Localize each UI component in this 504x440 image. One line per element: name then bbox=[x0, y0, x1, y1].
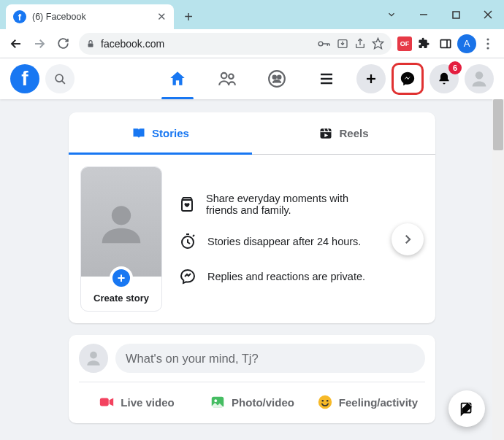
feeling-activity-button[interactable]: Feeling/activity bbox=[310, 388, 425, 416]
url-text: facebook.com bbox=[101, 38, 164, 50]
svg-point-47 bbox=[214, 399, 217, 402]
window-maximize-button[interactable] bbox=[440, 0, 472, 29]
svg-rect-44 bbox=[100, 398, 109, 406]
extensions-icon[interactable] bbox=[413, 34, 434, 54]
facebook-header: f 6 bbox=[0, 58, 504, 99]
photo-video-button[interactable]: Photo/video bbox=[194, 388, 310, 416]
clock-icon bbox=[178, 232, 197, 251]
extension-badge-icon[interactable]: OF bbox=[397, 36, 412, 51]
facebook-logo-icon[interactable]: f bbox=[10, 64, 39, 93]
svg-point-25 bbox=[273, 76, 276, 79]
back-button[interactable] bbox=[6, 34, 26, 54]
new-message-fab[interactable] bbox=[448, 390, 485, 427]
svg-point-50 bbox=[327, 400, 329, 402]
live-video-button[interactable]: Live video bbox=[79, 388, 194, 416]
notifications-button[interactable]: 6 bbox=[429, 64, 459, 93]
svg-point-20 bbox=[56, 74, 63, 82]
svg-point-32 bbox=[476, 72, 484, 80]
address-bar[interactable]: facebook.com bbox=[79, 33, 392, 55]
kebab-menu-icon[interactable] bbox=[478, 34, 498, 54]
svg-point-24 bbox=[269, 71, 285, 87]
notifications-badge: 6 bbox=[448, 61, 462, 74]
svg-point-17 bbox=[486, 38, 489, 40]
story-avatar-placeholder bbox=[81, 167, 161, 277]
story-hint: Share everyday moments with friends and … bbox=[178, 193, 375, 216]
browser-profile-button[interactable]: A bbox=[457, 34, 476, 53]
photo-heart-icon bbox=[178, 195, 196, 214]
svg-rect-15 bbox=[440, 39, 450, 47]
window-minimize-button[interactable] bbox=[408, 0, 440, 29]
reels-icon bbox=[318, 126, 333, 141]
stories-next-button[interactable] bbox=[392, 223, 424, 255]
svg-line-42 bbox=[193, 235, 194, 236]
messenger-button[interactable] bbox=[392, 63, 424, 95]
story-hint: Replies and reactions are private. bbox=[178, 267, 375, 286]
book-icon bbox=[131, 126, 146, 141]
create-story-card[interactable]: + Create story bbox=[80, 166, 162, 312]
svg-rect-33 bbox=[321, 128, 332, 138]
search-button[interactable] bbox=[45, 64, 75, 93]
browser-tab[interactable]: f (6) Facebook ✕ bbox=[6, 4, 174, 29]
install-app-icon[interactable] bbox=[337, 38, 348, 50]
svg-point-43 bbox=[90, 352, 97, 359]
svg-rect-1 bbox=[453, 12, 459, 18]
create-button[interactable] bbox=[356, 64, 386, 93]
svg-rect-6 bbox=[88, 43, 93, 47]
messenger-bolt-icon bbox=[178, 267, 197, 286]
smile-icon bbox=[317, 394, 333, 410]
composer-input[interactable]: What's on your mind, Tj? bbox=[115, 344, 425, 373]
account-avatar[interactable] bbox=[465, 64, 494, 93]
photo-icon bbox=[210, 394, 226, 410]
chevron-down-icon[interactable] bbox=[375, 0, 408, 29]
svg-point-26 bbox=[278, 76, 280, 79]
nav-home[interactable] bbox=[156, 58, 199, 99]
forward-button[interactable] bbox=[29, 34, 50, 54]
bookmark-star-icon[interactable] bbox=[372, 37, 384, 50]
nav-groups[interactable] bbox=[255, 58, 299, 99]
lock-icon bbox=[86, 39, 95, 49]
tab-stories[interactable]: Stories bbox=[69, 112, 252, 154]
plus-icon: + bbox=[110, 266, 133, 290]
svg-marker-45 bbox=[110, 398, 114, 406]
svg-point-22 bbox=[221, 73, 227, 79]
story-hint: Stories disappear after 24 hours. bbox=[178, 232, 375, 251]
svg-point-7 bbox=[318, 42, 323, 46]
svg-line-21 bbox=[61, 80, 64, 83]
tab-reels[interactable]: Reels bbox=[252, 112, 435, 154]
facebook-favicon-icon: f bbox=[13, 10, 26, 23]
window-controls bbox=[375, 0, 504, 29]
scrollbar[interactable] bbox=[492, 99, 504, 440]
svg-point-38 bbox=[112, 206, 131, 225]
composer-card: What's on your mind, Tj? Live video Phot… bbox=[69, 335, 435, 423]
key-icon[interactable] bbox=[318, 40, 331, 47]
reload-button[interactable] bbox=[53, 34, 73, 54]
video-camera-icon bbox=[99, 394, 115, 410]
composer-avatar[interactable] bbox=[79, 344, 108, 373]
scrollbar-thumb[interactable] bbox=[493, 99, 503, 150]
nav-friends[interactable] bbox=[205, 58, 249, 99]
svg-point-19 bbox=[486, 47, 489, 49]
svg-point-23 bbox=[229, 74, 234, 80]
svg-point-49 bbox=[321, 400, 324, 402]
browser-toolbar: facebook.com OF A bbox=[0, 29, 504, 58]
svg-marker-14 bbox=[373, 38, 383, 48]
tab-close-icon[interactable]: ✕ bbox=[157, 10, 167, 23]
window-titlebar: f (6) Facebook ✕ + bbox=[0, 0, 504, 29]
window-close-button[interactable] bbox=[472, 0, 504, 29]
svg-point-18 bbox=[486, 42, 489, 45]
stories-card: Stories Reels + Create story Share every… bbox=[69, 112, 435, 323]
svg-point-48 bbox=[318, 395, 332, 409]
feed-content: Stories Reels + Create story Share every… bbox=[0, 99, 504, 423]
tab-title: (6) Facebook bbox=[32, 12, 151, 22]
side-panel-icon[interactable] bbox=[435, 34, 456, 54]
share-icon[interactable] bbox=[354, 38, 366, 50]
new-tab-button[interactable]: + bbox=[178, 7, 199, 27]
nav-menu[interactable] bbox=[305, 58, 348, 99]
